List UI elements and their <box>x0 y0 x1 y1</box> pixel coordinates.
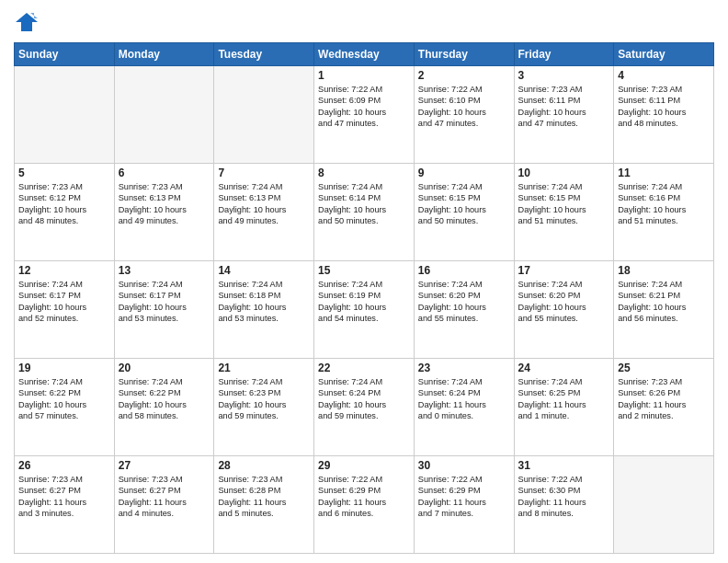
cell-info: Sunrise: 7:22 AM Sunset: 6:29 PM Dayligh… <box>418 475 486 518</box>
cell-info: Sunrise: 7:23 AM Sunset: 6:13 PM Dayligh… <box>119 182 187 225</box>
day-number: 1 <box>318 69 410 82</box>
cell-info: Sunrise: 7:24 AM Sunset: 6:18 PM Dayligh… <box>218 280 286 323</box>
week-row-3: 19Sunrise: 7:24 AM Sunset: 6:22 PM Dayli… <box>15 359 714 456</box>
logo-icon <box>14 9 40 35</box>
calendar-cell: 6Sunrise: 7:23 AM Sunset: 6:13 PM Daylig… <box>114 164 214 261</box>
day-number: 11 <box>618 167 710 179</box>
cell-info: Sunrise: 7:23 AM Sunset: 6:12 PM Dayligh… <box>18 182 86 225</box>
weekday-header-wednesday: Wednesday <box>314 43 415 66</box>
calendar-cell: 3Sunrise: 7:23 AM Sunset: 6:11 PM Daylig… <box>514 66 614 164</box>
day-number: 5 <box>18 167 110 179</box>
weekday-header-row: SundayMondayTuesdayWednesdayThursdayFrid… <box>15 43 714 66</box>
calendar-cell: 14Sunrise: 7:24 AM Sunset: 6:18 PM Dayli… <box>214 261 314 359</box>
cell-info: Sunrise: 7:24 AM Sunset: 6:17 PM Dayligh… <box>119 280 187 323</box>
day-number: 26 <box>18 459 110 472</box>
calendar-cell: 31Sunrise: 7:22 AM Sunset: 6:30 PM Dayli… <box>514 456 614 554</box>
weekday-header-sunday: Sunday <box>15 43 115 66</box>
day-number: 19 <box>18 362 110 374</box>
calendar-cell <box>214 66 314 164</box>
day-number: 27 <box>119 459 210 472</box>
day-number: 30 <box>418 459 510 472</box>
cell-info: Sunrise: 7:24 AM Sunset: 6:20 PM Dayligh… <box>518 280 586 323</box>
weekday-header-friday: Friday <box>514 43 614 66</box>
calendar-cell: 17Sunrise: 7:24 AM Sunset: 6:20 PM Dayli… <box>514 261 614 359</box>
cell-info: Sunrise: 7:24 AM Sunset: 6:19 PM Dayligh… <box>318 280 386 323</box>
calendar-cell: 7Sunrise: 7:24 AM Sunset: 6:13 PM Daylig… <box>214 164 314 261</box>
calendar-cell: 20Sunrise: 7:24 AM Sunset: 6:22 PM Dayli… <box>114 359 214 456</box>
cell-info: Sunrise: 7:24 AM Sunset: 6:15 PM Dayligh… <box>418 182 486 225</box>
calendar-cell: 23Sunrise: 7:24 AM Sunset: 6:24 PM Dayli… <box>414 359 514 456</box>
cell-info: Sunrise: 7:23 AM Sunset: 6:26 PM Dayligh… <box>618 377 686 420</box>
day-number: 28 <box>218 459 310 472</box>
calendar-cell: 1Sunrise: 7:22 AM Sunset: 6:09 PM Daylig… <box>314 66 415 164</box>
calendar-cell: 2Sunrise: 7:22 AM Sunset: 6:10 PM Daylig… <box>414 66 514 164</box>
cell-info: Sunrise: 7:23 AM Sunset: 6:27 PM Dayligh… <box>18 475 86 518</box>
cell-info: Sunrise: 7:24 AM Sunset: 6:23 PM Dayligh… <box>218 377 286 420</box>
day-number: 24 <box>518 362 610 374</box>
cell-info: Sunrise: 7:24 AM Sunset: 6:15 PM Dayligh… <box>518 182 586 225</box>
day-number: 4 <box>618 69 710 82</box>
day-number: 25 <box>618 362 710 374</box>
cell-info: Sunrise: 7:24 AM Sunset: 6:14 PM Dayligh… <box>318 182 386 225</box>
calendar-table: SundayMondayTuesdayWednesdayThursdayFrid… <box>14 42 714 554</box>
day-number: 18 <box>618 264 710 277</box>
day-number: 14 <box>218 264 310 277</box>
cell-info: Sunrise: 7:24 AM Sunset: 6:25 PM Dayligh… <box>518 377 586 420</box>
calendar-cell: 11Sunrise: 7:24 AM Sunset: 6:16 PM Dayli… <box>614 164 714 261</box>
calendar-cell: 19Sunrise: 7:24 AM Sunset: 6:22 PM Dayli… <box>15 359 115 456</box>
day-number: 22 <box>318 362 410 374</box>
calendar-cell <box>114 66 214 164</box>
calendar-cell: 26Sunrise: 7:23 AM Sunset: 6:27 PM Dayli… <box>15 456 115 554</box>
calendar-cell: 9Sunrise: 7:24 AM Sunset: 6:15 PM Daylig… <box>414 164 514 261</box>
cell-info: Sunrise: 7:23 AM Sunset: 6:28 PM Dayligh… <box>218 475 286 518</box>
week-row-0: 1Sunrise: 7:22 AM Sunset: 6:09 PM Daylig… <box>15 66 714 164</box>
calendar-cell: 29Sunrise: 7:22 AM Sunset: 6:29 PM Dayli… <box>314 456 415 554</box>
weekday-header-monday: Monday <box>114 43 214 66</box>
day-number: 13 <box>119 264 210 277</box>
cell-info: Sunrise: 7:24 AM Sunset: 6:20 PM Dayligh… <box>418 280 486 323</box>
cell-info: Sunrise: 7:22 AM Sunset: 6:30 PM Dayligh… <box>518 475 586 518</box>
weekday-header-saturday: Saturday <box>614 43 714 66</box>
day-number: 9 <box>418 167 510 179</box>
cell-info: Sunrise: 7:24 AM Sunset: 6:22 PM Dayligh… <box>119 377 187 420</box>
calendar-cell: 18Sunrise: 7:24 AM Sunset: 6:21 PM Dayli… <box>614 261 714 359</box>
cell-info: Sunrise: 7:24 AM Sunset: 6:24 PM Dayligh… <box>418 377 486 420</box>
header <box>14 9 714 35</box>
calendar-cell: 21Sunrise: 7:24 AM Sunset: 6:23 PM Dayli… <box>214 359 314 456</box>
cell-info: Sunrise: 7:23 AM Sunset: 6:27 PM Dayligh… <box>119 475 187 518</box>
calendar-cell: 15Sunrise: 7:24 AM Sunset: 6:19 PM Dayli… <box>314 261 415 359</box>
cell-info: Sunrise: 7:24 AM Sunset: 6:13 PM Dayligh… <box>218 182 286 225</box>
logo <box>14 9 43 35</box>
cell-info: Sunrise: 7:23 AM Sunset: 6:11 PM Dayligh… <box>518 85 586 128</box>
weekday-header-thursday: Thursday <box>414 43 514 66</box>
cell-info: Sunrise: 7:24 AM Sunset: 6:24 PM Dayligh… <box>318 377 386 420</box>
cell-info: Sunrise: 7:23 AM Sunset: 6:11 PM Dayligh… <box>618 85 686 128</box>
day-number: 2 <box>418 69 510 82</box>
calendar-cell: 22Sunrise: 7:24 AM Sunset: 6:24 PM Dayli… <box>314 359 415 456</box>
day-number: 15 <box>318 264 410 277</box>
day-number: 29 <box>318 459 410 472</box>
calendar-cell: 8Sunrise: 7:24 AM Sunset: 6:14 PM Daylig… <box>314 164 415 261</box>
calendar-cell: 24Sunrise: 7:24 AM Sunset: 6:25 PM Dayli… <box>514 359 614 456</box>
calendar-cell: 13Sunrise: 7:24 AM Sunset: 6:17 PM Dayli… <box>114 261 214 359</box>
calendar-cell: 27Sunrise: 7:23 AM Sunset: 6:27 PM Dayli… <box>114 456 214 554</box>
week-row-1: 5Sunrise: 7:23 AM Sunset: 6:12 PM Daylig… <box>15 164 714 261</box>
cell-info: Sunrise: 7:22 AM Sunset: 6:10 PM Dayligh… <box>418 85 486 128</box>
calendar-cell: 25Sunrise: 7:23 AM Sunset: 6:26 PM Dayli… <box>614 359 714 456</box>
calendar-cell <box>614 456 714 554</box>
calendar-cell: 28Sunrise: 7:23 AM Sunset: 6:28 PM Dayli… <box>214 456 314 554</box>
calendar-cell: 30Sunrise: 7:22 AM Sunset: 6:29 PM Dayli… <box>414 456 514 554</box>
week-row-2: 12Sunrise: 7:24 AM Sunset: 6:17 PM Dayli… <box>15 261 714 359</box>
svg-marker-0 <box>16 13 38 31</box>
calendar-cell: 12Sunrise: 7:24 AM Sunset: 6:17 PM Dayli… <box>15 261 115 359</box>
day-number: 3 <box>518 69 610 82</box>
day-number: 31 <box>518 459 610 472</box>
day-number: 17 <box>518 264 610 277</box>
day-number: 16 <box>418 264 510 277</box>
week-row-4: 26Sunrise: 7:23 AM Sunset: 6:27 PM Dayli… <box>15 456 714 554</box>
day-number: 21 <box>218 362 310 374</box>
calendar-cell: 16Sunrise: 7:24 AM Sunset: 6:20 PM Dayli… <box>414 261 514 359</box>
cell-info: Sunrise: 7:24 AM Sunset: 6:22 PM Dayligh… <box>18 377 86 420</box>
day-number: 12 <box>18 264 110 277</box>
cell-info: Sunrise: 7:22 AM Sunset: 6:09 PM Dayligh… <box>318 85 386 128</box>
